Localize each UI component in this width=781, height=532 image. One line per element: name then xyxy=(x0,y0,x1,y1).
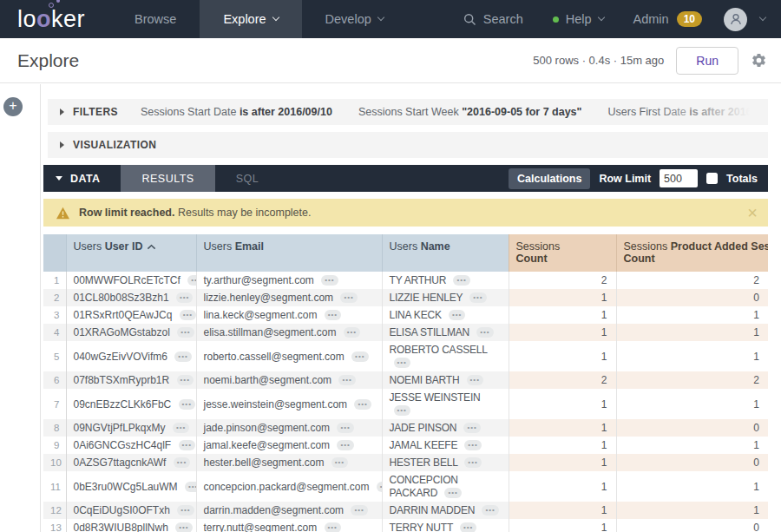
cell-name[interactable]: JAMAL KEEFE ••• xyxy=(382,437,509,454)
cell-menu-icon[interactable]: ••• xyxy=(469,292,486,303)
cell-product-added[interactable]: 1 xyxy=(616,471,768,502)
user-menu[interactable] xyxy=(717,8,781,31)
cell-email[interactable]: concepcion.packard@segment.com ••• xyxy=(196,471,382,502)
cell-menu-icon[interactable]: ••• xyxy=(337,423,353,433)
cell-menu-icon[interactable]: ••• xyxy=(444,488,461,498)
column-header-product-added-session-count[interactable]: Sessions Product Added SessionCount xyxy=(616,234,768,272)
row-limit-input[interactable] xyxy=(660,169,698,187)
cell-count[interactable]: 2 xyxy=(509,371,616,389)
cell-email[interactable]: elisa.stillman@segment.com ••• xyxy=(196,324,382,341)
cell-name[interactable]: NOEMI BARTH ••• xyxy=(382,371,509,389)
cell-menu-icon[interactable]: ••• xyxy=(476,327,493,338)
cell-menu-icon[interactable]: ••• xyxy=(173,423,189,433)
cell-name[interactable]: DARRIN MADDEN ••• xyxy=(382,502,509,519)
cell-count[interactable]: 1 xyxy=(509,289,616,306)
run-button[interactable]: Run xyxy=(676,47,738,75)
column-header-name[interactable]: Users Name xyxy=(382,234,509,272)
cell-name[interactable]: ELISA STILLMAN ••• xyxy=(382,324,509,341)
tab-results[interactable]: RESULTS xyxy=(121,165,214,192)
cell-email[interactable]: jade.pinson@segment.com ••• xyxy=(196,419,382,437)
cell-product-added[interactable]: 1 xyxy=(616,341,768,371)
cell-product-added[interactable]: 1 xyxy=(616,306,768,324)
cell-product-added[interactable]: 1 xyxy=(616,437,768,454)
cell-menu-icon[interactable]: ••• xyxy=(340,292,357,303)
cell-menu-icon[interactable]: ••• xyxy=(179,399,195,410)
nav-item-explore[interactable]: Explore xyxy=(200,0,301,38)
cell-count[interactable]: 1 xyxy=(509,324,616,341)
cell-email[interactable]: lina.keck@segment.com ••• xyxy=(196,306,382,324)
cell-menu-icon[interactable]: ••• xyxy=(338,375,355,385)
cell-name[interactable]: JADE PINSON ••• xyxy=(382,419,509,437)
cell-menu-icon[interactable]: ••• xyxy=(180,310,196,320)
cell-menu-icon[interactable]: ••• xyxy=(449,310,465,320)
cell-product-added[interactable]: 1 xyxy=(616,502,768,519)
cell-user-id[interactable]: 0Ai6GNCGszHC4qlF ••• xyxy=(66,437,196,454)
cell-product-added[interactable]: 1 xyxy=(616,389,768,419)
filter-item[interactable]: Sessions Start Week "2016-09-05 for 7 da… xyxy=(358,106,582,118)
cell-email[interactable]: darrin.madden@segment.com ••• xyxy=(196,502,382,519)
cell-count[interactable]: 1 xyxy=(509,419,616,437)
cell-menu-icon[interactable]: ••• xyxy=(176,292,193,303)
cell-count[interactable]: 1 xyxy=(509,519,616,532)
cell-count[interactable]: 1 xyxy=(509,471,616,502)
cell-menu-icon[interactable]: ••• xyxy=(464,457,481,468)
column-header-email[interactable]: Users Email xyxy=(196,234,382,272)
cell-product-added[interactable]: 1 xyxy=(616,324,768,341)
cell-menu-icon[interactable]: ••• xyxy=(177,375,194,385)
cell-name[interactable]: JESSE WEINSTEIN ••• xyxy=(382,389,509,419)
cell-email[interactable]: ty.arthur@segment.com ••• xyxy=(196,272,382,289)
cell-email[interactable]: roberto.cassell@segment.com ••• xyxy=(196,341,382,371)
cell-email[interactable]: jamal.keefe@segment.com ••• xyxy=(196,437,382,454)
cell-user-id[interactable]: 0bE3ru0WCg5LauWM ••• xyxy=(66,471,196,502)
cell-menu-icon[interactable]: ••• xyxy=(344,327,360,338)
cell-menu-icon[interactable]: ••• xyxy=(337,440,353,450)
cell-name[interactable]: LINA KECK ••• xyxy=(382,306,509,324)
nav-item-develop[interactable]: Develop xyxy=(302,0,407,38)
cell-user-id[interactable]: 01RSxRrt0QEAwJCq ••• xyxy=(66,306,196,324)
cell-menu-icon[interactable]: ••• xyxy=(177,505,194,516)
column-header-count[interactable]: SessionsCount xyxy=(509,234,616,272)
cell-user-id[interactable]: 01XRAGoMGstabzol ••• xyxy=(66,324,196,341)
cell-menu-icon[interactable]: ••• xyxy=(174,457,190,468)
admin-menu[interactable]: Admin 10 xyxy=(619,11,717,27)
cell-menu-icon[interactable]: ••• xyxy=(174,351,191,362)
gear-icon[interactable] xyxy=(751,52,767,69)
cell-name[interactable]: ROBERTO CASSELL ••• xyxy=(382,341,509,371)
cell-menu-icon[interactable]: ••• xyxy=(187,275,196,286)
search-button[interactable]: Search xyxy=(449,12,538,26)
cell-menu-icon[interactable]: ••• xyxy=(185,482,196,492)
add-field-button[interactable]: + xyxy=(3,97,23,116)
cell-menu-icon[interactable]: ••• xyxy=(467,375,483,385)
cell-name[interactable]: HESTER BELL ••• xyxy=(382,454,509,471)
data-title[interactable]: DATA xyxy=(70,173,100,185)
cell-menu-icon[interactable]: ••• xyxy=(453,275,469,286)
tab-sql[interactable]: SQL xyxy=(215,165,280,192)
cell-user-id[interactable]: 00MWWFOLRcETcTCf ••• xyxy=(66,272,196,289)
cell-count[interactable]: 1 xyxy=(509,437,616,454)
cell-name[interactable]: CONCEPCIONPACKARD ••• xyxy=(382,471,509,502)
totals-checkbox[interactable] xyxy=(706,173,718,184)
cell-count[interactable]: 1 xyxy=(509,502,616,519)
cell-product-added[interactable]: 2 xyxy=(616,371,768,389)
visualization-section[interactable]: VISUALIZATION xyxy=(48,132,768,158)
cell-product-added[interactable]: 0 xyxy=(616,289,768,306)
cell-menu-icon[interactable]: ••• xyxy=(351,505,367,516)
looker-logo[interactable]: looker xyxy=(0,0,111,38)
cell-count[interactable]: 1 xyxy=(509,389,616,419)
cell-menu-icon[interactable]: ••• xyxy=(331,457,348,468)
help-menu[interactable]: Help xyxy=(538,12,619,26)
cell-user-id[interactable]: 09NGVtjPfLPkqxMy ••• xyxy=(66,419,196,437)
cell-menu-icon[interactable]: ••• xyxy=(325,522,341,532)
cell-product-added[interactable]: 0 xyxy=(616,454,768,471)
cell-count[interactable]: 1 xyxy=(509,454,616,471)
cell-user-id[interactable]: 01CL80b08Sz3Bzh1 ••• xyxy=(66,289,196,306)
cell-count[interactable]: 2 xyxy=(509,272,616,289)
cell-count[interactable]: 1 xyxy=(509,306,616,324)
cell-menu-icon[interactable]: ••• xyxy=(175,522,192,532)
cell-menu-icon[interactable]: ••• xyxy=(464,440,481,450)
cell-name[interactable]: LIZZIE HENLEY ••• xyxy=(382,289,509,306)
cell-menu-icon[interactable]: ••• xyxy=(354,399,371,410)
cell-menu-icon[interactable]: ••• xyxy=(351,351,368,362)
cell-menu-icon[interactable]: ••• xyxy=(463,423,480,433)
cell-product-added[interactable]: 0 xyxy=(616,419,768,437)
